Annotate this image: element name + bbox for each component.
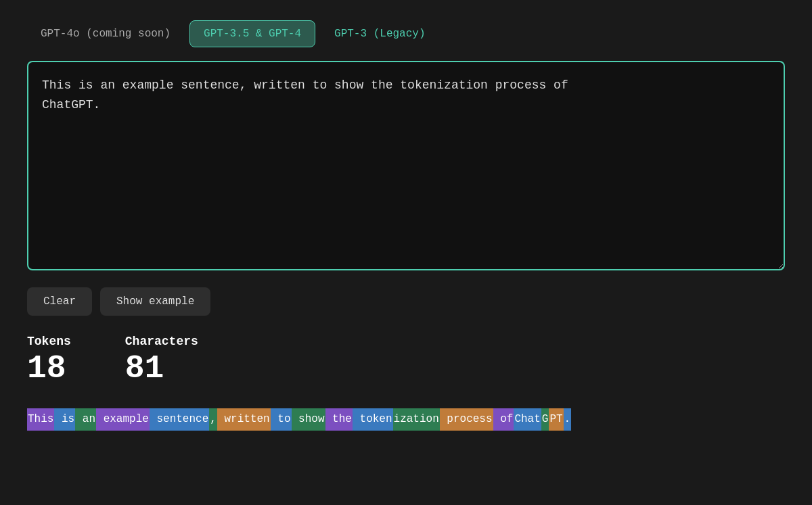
token-item: ization [393,408,440,431]
tokens-label: Tokens [27,335,71,348]
token-item: to [271,408,292,431]
token-item: show [292,408,325,431]
token-item: sentence [150,408,209,431]
token-item: is [54,408,75,431]
token-item: an [75,408,96,431]
token-item: G [541,408,549,431]
token-item: process [440,408,493,431]
action-buttons: Clear Show example [27,287,785,316]
clear-button[interactable]: Clear [27,287,92,316]
show-example-button[interactable]: Show example [100,287,210,316]
token-visualization: This is an example sentence, written to … [27,408,785,431]
token-item: Chat [514,408,541,431]
token-item: of [493,408,514,431]
characters-stat: Characters 81 [125,335,198,387]
tokens-value: 18 [27,351,71,387]
token-item: token [353,408,393,431]
token-item: written [217,408,271,431]
characters-value: 81 [125,351,198,387]
token-item: . [564,408,572,431]
characters-label: Characters [125,335,198,348]
tab-bar: GPT-4o (coming soon) GPT-3.5 & GPT-4 GPT… [27,20,785,47]
token-item: This [27,408,54,431]
token-item: the [325,408,353,431]
text-input[interactable] [27,61,785,270]
tab-gpt4o[interactable]: GPT-4o (coming soon) [27,21,184,47]
tab-gpt35-4[interactable]: GPT-3.5 & GPT-4 [189,20,315,47]
tab-gpt3-legacy[interactable]: GPT-3 (Legacy) [321,21,438,47]
textarea-wrapper [27,61,785,274]
stats-row: Tokens 18 Characters 81 [27,335,785,387]
tokens-stat: Tokens 18 [27,335,71,387]
token-item: , [209,408,217,431]
token-item: PT [549,408,563,431]
token-item: example [96,408,150,431]
